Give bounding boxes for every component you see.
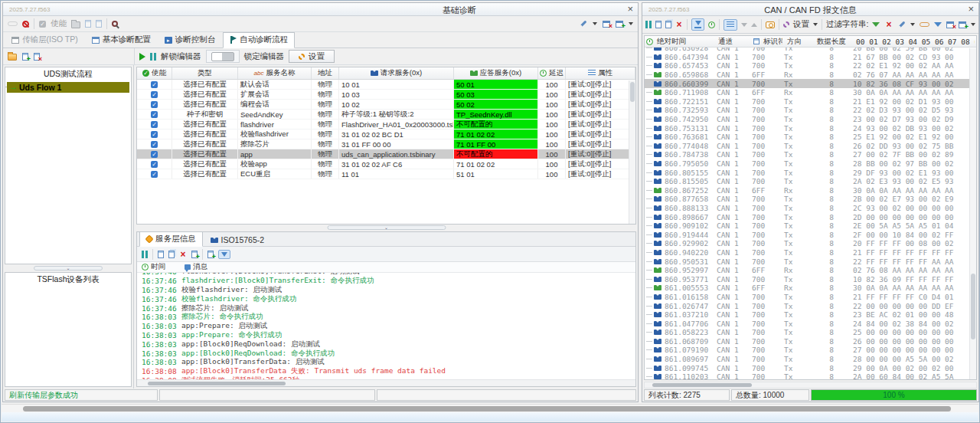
funnel-icon[interactable] (934, 22, 942, 27)
can-message-row[interactable]: 860.763681 CAN 1 700 Tx 8 25 E1 92 00 02… (645, 133, 976, 142)
snapshot-icon[interactable] (766, 21, 775, 28)
checkbox-checked-icon[interactable] (151, 131, 158, 138)
can-message-row[interactable]: 860.952997 CAN 1 6FF Rx 8 02 76 08 AA AA… (645, 266, 976, 275)
close-filter-icon[interactable]: × (885, 21, 893, 28)
log-row[interactable]: 16:38:03 app:[Block0]ReqDownload: 命令执行成功 (142, 349, 635, 358)
enable-cell[interactable] (137, 130, 172, 139)
checkbox-checked-icon[interactable] (151, 91, 158, 98)
can-message-row[interactable]: 860.909102 CAN 1 700 Tx 8 2E 00 5A A5 5A… (645, 221, 976, 231)
save-icon[interactable] (85, 20, 91, 28)
can-message-row[interactable]: 860.711908 CAN 1 6FF Rx 8 30 0A 0A AA AA… (645, 88, 976, 97)
open-flow-icon[interactable] (8, 54, 17, 61)
checkbox-checked-icon[interactable] (151, 151, 158, 158)
col-request[interactable]: 请求服务(0x) (339, 67, 454, 79)
save-messages-icon[interactable] (655, 21, 662, 28)
can-message-row[interactable]: 860.660399 CAN 1 700 Tx 8 10 82 36 08 CF… (645, 79, 976, 88)
enable-cell[interactable] (137, 90, 172, 99)
close-icon[interactable]: × (627, 3, 633, 15)
copy-messages-icon[interactable] (665, 21, 671, 28)
sidebar-splitter[interactable]: ⌄ (5, 264, 132, 272)
enable-cell[interactable] (137, 100, 172, 109)
can-message-row[interactable]: 861.099745 CAN 1 700 Tx 8 29 00 0A 00 02… (645, 363, 976, 372)
enable-cell[interactable] (137, 120, 172, 129)
export-log-icon[interactable] (191, 251, 198, 258)
new-window-icon[interactable] (616, 21, 623, 28)
append-log-icon[interactable] (207, 251, 214, 258)
can-message-row[interactable]: 860.877658 CAN 1 700 Tx 8 2B 00 02 E7 93… (645, 195, 976, 204)
move-up-icon[interactable] (751, 23, 757, 27)
settings-dropdown-icon[interactable] (813, 23, 818, 26)
checkbox-checked-icon[interactable] (151, 121, 158, 128)
can-message-row[interactable]: 860.950531 CAN 1 700 Tx 8 22 FF FF FF FF… (645, 257, 976, 266)
enable-cell[interactable] (137, 159, 172, 169)
enable-cell[interactable] (137, 80, 172, 89)
link-icon[interactable] (920, 22, 929, 27)
add-flow-icon[interactable] (22, 53, 28, 61)
export-dropdown-icon[interactable] (971, 23, 975, 26)
can-message-row[interactable]: 861.016158 CAN 1 700 Tx 8 21 FF FF FF FF… (645, 293, 976, 302)
col-delay[interactable]: 延迟 (538, 67, 566, 79)
can-message-row[interactable]: 860.795050 CAN 1 700 Tx 8 28 BB 00 02 97… (645, 159, 976, 169)
can-message-row[interactable]: 861.068709 CAN 1 700 Tx 8 26 00 00 00 00… (645, 337, 976, 346)
can-message-row[interactable]: 860.815505 CAN 1 700 Tx 8 2A 02 E3 93 00… (645, 177, 976, 186)
remove-flow-icon[interactable] (34, 53, 40, 61)
col-identifier[interactable]: 标识符 (752, 37, 784, 47)
can-message-row[interactable]: 860.742950 CAN 1 700 Tx 8 23 00 02 D7 93… (645, 115, 976, 124)
col-response[interactable]: 应答服务(0x) (454, 67, 538, 79)
wrench-icon[interactable] (580, 20, 587, 28)
can-message-row[interactable]: 861.005553 CAN 1 6FF Rx 8 30 0A 0A AA AA… (645, 284, 976, 293)
scrollbar-thumb[interactable] (23, 406, 951, 412)
copy-log-icon[interactable] (168, 251, 175, 258)
tree-item-uds-flow[interactable]: → Uds Flow 1 (7, 82, 129, 93)
col-enable[interactable]: 使能 (137, 67, 172, 79)
can-message-row[interactable]: 860.732593 CAN 1 700 Tx 8 22 02 D3 93 00… (645, 106, 976, 115)
log-row[interactable]: 16:38:03 擦除芯片: 命令执行成功 (142, 313, 635, 322)
log-row[interactable]: 16:38:03 app:[Block0]TransferData: 启动测试 (142, 358, 635, 367)
gear-icon[interactable] (783, 21, 789, 28)
col-props[interactable]: 属性 (566, 67, 635, 79)
autoscroll-toggle[interactable] (218, 250, 230, 259)
can-message-row[interactable]: 860.919444 CAN 1 700 Tx 8 2F 00 00 10 84… (645, 230, 976, 239)
col-direction[interactable]: 方向 (784, 37, 810, 47)
move-down-icon[interactable] (741, 23, 747, 27)
service-row[interactable]: 选择已有配置 flashdriver 物理 FlashDriver_HA01_0… (137, 120, 635, 130)
col-address[interactable]: 地址 (312, 67, 339, 79)
run-flow-icon[interactable] (139, 53, 145, 61)
clear-messages-icon[interactable]: × (675, 21, 683, 28)
service-row[interactable]: 选择已有配置 app 物理 uds_can_application.tsbina… (137, 149, 635, 159)
log-tab[interactable]: ISO15765-2 (204, 234, 271, 246)
diagnosis-tab[interactable]: 自动诊断流程 (223, 32, 295, 48)
export-window-icon[interactable] (959, 21, 966, 28)
log-row[interactable]: 16:38:03 app:[Block0]ReqDownload: 启动测试 (142, 339, 635, 349)
can-message-row[interactable]: 860.657453 CAN 1 700 Tx 8 22 02 E1 92 00… (645, 61, 976, 70)
scrollbar-thumb[interactable] (148, 382, 286, 385)
can-message-row[interactable]: 860.929902 CAN 1 700 Tx 8 20 FF FF FF 00… (645, 239, 976, 248)
list-mode-toggle[interactable] (724, 19, 737, 31)
col-service-name[interactable]: 服务名称 (238, 67, 312, 79)
can-message-row[interactable]: 861.110203 CAN 1 700 Tx 8 2A 00 60 84 00… (645, 372, 976, 379)
settings-button[interactable]: 设置 (289, 50, 335, 63)
col-data-bytes[interactable]: 00 01 02 03 04 05 06 07 08 09 (853, 38, 976, 46)
close-icon[interactable]: × (968, 3, 974, 15)
diagnosis-tab[interactable]: 基本诊断配置 (86, 33, 157, 48)
can-message-row[interactable]: 860.722151 CAN 1 700 Tx 8 21 E1 92 00 02… (645, 97, 976, 107)
disconnect-icon[interactable] (22, 21, 29, 28)
can-message-row[interactable]: 860.774048 CAN 1 700 Tx 8 26 02 DD 93 00… (645, 142, 976, 151)
log-row[interactable]: 16:37:46 校验flashdriver: 命令执行成功 (142, 294, 635, 303)
service-row[interactable]: 选择已有配置 校验flashdriver 物理 31 01 02 02 BC D… (137, 130, 635, 139)
scroll-to-bottom-toggle[interactable] (691, 18, 704, 31)
scrollbar-thumb[interactable] (630, 82, 635, 102)
checkbox-checked-icon[interactable] (151, 101, 158, 108)
checkbox-checked-icon[interactable] (151, 141, 158, 148)
close-window-icon[interactable] (603, 21, 610, 28)
enable-checkbox-icon[interactable] (39, 21, 46, 28)
log-row[interactable]: 16:37:46 校验flashdriver: 启动测试 (142, 286, 635, 295)
service-row[interactable]: 选择已有配置 编程会话 物理 10 02 50 02 100 [重试:0][停止… (137, 100, 635, 110)
can-settings-label[interactable]: 设置 (793, 19, 809, 30)
scrollbar-thumb[interactable] (971, 274, 975, 339)
lock-search-icon[interactable] (112, 21, 118, 27)
filter-apply-icon[interactable] (872, 22, 880, 27)
log-tab[interactable]: 服务层信息 (139, 231, 203, 247)
splitter-collapse-handle[interactable]: ⌄ (34, 266, 103, 271)
open-config-icon[interactable] (71, 21, 80, 28)
